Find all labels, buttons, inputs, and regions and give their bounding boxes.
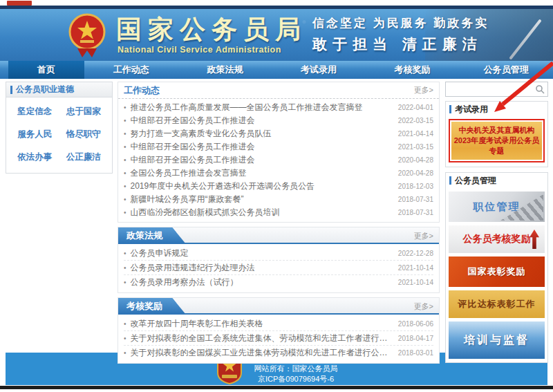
section-award-body: 改革开放四十周年表彰工作相关表格 2018-06-06 关于对拟表彰的全国工会系… xyxy=(118,315,439,363)
news-row: 改革开放四十周年表彰工作相关表格 2018-06-06 xyxy=(124,317,433,331)
news-date: 2021-10-14 xyxy=(398,279,433,286)
nav-item-management[interactable]: 公务员管理 xyxy=(459,61,553,79)
page: 国家公务员局 National Civil Service Administra… xyxy=(0,0,553,392)
news-row: 公务员申诉规定 2022-12-28 xyxy=(124,246,433,261)
search-input[interactable] xyxy=(446,82,547,96)
news-link[interactable]: 关于对拟表彰的全国煤炭工业先进集体劳动模范和先进工作者进行公示的公告 xyxy=(124,347,393,359)
nav-item-home[interactable]: 首页 xyxy=(8,61,84,79)
footer-icp: 京ICP备09079694号-6 xyxy=(254,374,338,384)
exam-banner-link[interactable]: 中央机关及其直属机构2023年度考试录用公务员专题 xyxy=(451,122,542,160)
section-policy: 政策法规 更多> 公务员申诉规定 2022-12-28 公务员录用违规违纪行为处… xyxy=(118,227,440,293)
ethics-link-2[interactable]: 忠于国家 xyxy=(59,106,109,118)
news-link[interactable]: 关于对拟表彰的全国工会系统先进集体、劳动模范和先进工作者进行公示的公告 xyxy=(124,333,393,344)
banner-appraisal-commendation[interactable]: 评比达标表彰工作 xyxy=(449,290,545,318)
nav-item-work-news[interactable]: 工作动态 xyxy=(84,61,178,79)
bottom-strip xyxy=(0,386,553,389)
news-link[interactable]: 公务员申诉规定 xyxy=(124,248,393,259)
news-date: 2022-04-01 xyxy=(398,104,433,111)
news-row: 中组部召开全国公务员工作推进会 2020-04-28 xyxy=(124,153,433,167)
news-row: 关于对拟表彰的全国工会系统先进集体、劳动模范和先进工作者进行公示的公告 2018… xyxy=(124,331,433,346)
section-work-news: 工作动态 更多> 推进公务员工作高质量发展——全国公务员工作推进会发言摘登 20… xyxy=(118,82,440,223)
banner-position-management[interactable]: 职位管理 xyxy=(449,192,545,222)
nav-item-policy[interactable]: 政策法规 xyxy=(178,61,272,79)
news-row: 全国公务员工作推进会发言摘登 2020-04-28 xyxy=(124,167,433,180)
more-link[interactable]: 更多> xyxy=(414,231,433,241)
news-row: 公务员录用违规违纪行为处理办法 2021-10-14 xyxy=(124,261,433,275)
ethics-panel: 公务员职业道德 坚定信念 忠于国家 服务人民 恪尽职守 依法办事 公正廉洁 xyxy=(6,82,113,174)
news-date: 2018-07-31 xyxy=(398,196,433,203)
news-date: 2018-12-03 xyxy=(398,183,433,190)
section-work-body: 推进公务员工作高质量发展——全国公务员工作推进会发言摘登 2022-04-01 … xyxy=(118,99,439,222)
banner-assessment-reward[interactable]: 公务员考核奖励 xyxy=(449,225,545,253)
ethics-link-3[interactable]: 服务人民 xyxy=(10,129,59,140)
national-emblem-icon xyxy=(66,12,108,59)
red-artifact xyxy=(7,1,32,6)
management-box-header: 公务员管理 xyxy=(446,173,547,188)
news-date: 2018-04-17 xyxy=(398,335,433,342)
section-work-header: 工作动态 更多> xyxy=(118,82,439,99)
ethics-link-6[interactable]: 公正廉洁 xyxy=(59,151,109,163)
news-link[interactable]: 努力打造一支高素质专业化公务员队伍 xyxy=(124,128,393,140)
news-date: 2018-03-01 xyxy=(398,349,433,357)
news-date: 2018-07-31 xyxy=(398,209,433,216)
search-icon[interactable] xyxy=(535,84,545,94)
right-column: 考试录用 中央机关及其直属机构2023年度考试录用公务员专题 公务员管理 职位管… xyxy=(445,82,548,368)
section-policy-body: 公务员申诉规定 2022-12-28 公务员录用违规违纪行为处理办法 2021-… xyxy=(118,244,439,292)
main-nav: 首页 工作动态 政策法规 考试录用 考核奖励 公务员管理 xyxy=(0,61,553,79)
search-box xyxy=(445,82,548,97)
news-date: 2020-04-28 xyxy=(398,169,433,177)
news-row: 关于对拟表彰的全国煤炭工业先进集体劳动模范和先进工作者进行公示的公告 2018-… xyxy=(124,346,433,360)
news-date: 2022-03-15 xyxy=(398,117,433,124)
news-link[interactable]: 新疆叶城公务员享用“廉政套餐” xyxy=(124,194,393,205)
site-title: 国家公务员局 xyxy=(116,12,307,47)
ethics-link-4[interactable]: 恪尽职守 xyxy=(59,129,109,140)
news-row: 新疆叶城公务员享用“廉政套餐” 2018-07-31 xyxy=(124,193,433,206)
news-link[interactable]: 2019年度中央机关公开遴选和公开选调公务员公告 xyxy=(124,180,393,192)
banner-national-commendation[interactable]: 国家表彰奖励 xyxy=(449,256,545,287)
ethics-link-5[interactable]: 依法办事 xyxy=(10,151,59,163)
exam-box-title: 考试录用 xyxy=(455,104,488,115)
content-area: 公务员职业道德 坚定信念 忠于国家 服务人民 恪尽职守 依法办事 公正廉洁 工作… xyxy=(0,79,553,353)
more-link[interactable]: 更多> xyxy=(414,301,433,312)
news-link[interactable]: 推进公务员工作高质量发展——全国公务员工作推进会发言摘登 xyxy=(124,102,393,113)
nav-item-award[interactable]: 考核奖励 xyxy=(366,61,460,79)
news-link[interactable]: 全国公务员工作推进会发言摘登 xyxy=(124,167,393,179)
news-link[interactable]: 中组部召开全国公务员工作推进会 xyxy=(124,154,393,166)
news-date: 2021-04-14 xyxy=(398,130,433,138)
news-row: 2019年度中央机关公开遴选和公开选调公务员公告 2018-12-03 xyxy=(124,180,433,193)
nav-item-exam[interactable]: 考试录用 xyxy=(272,61,366,79)
news-link[interactable]: 公务员录用考察办法（试行） xyxy=(124,277,393,288)
section-policy-header: 政策法规 更多> xyxy=(118,227,439,244)
pen-image xyxy=(509,19,541,59)
news-link[interactable]: 公务员录用违规违纪行为处理办法 xyxy=(124,262,393,274)
ethics-link-1[interactable]: 坚定信念 xyxy=(10,106,59,118)
section-award-header: 考核奖励 更多> xyxy=(118,298,439,315)
section-title: 考核奖励 xyxy=(118,298,186,315)
news-row: 中组部召开全国公务员工作推进会 2022-03-15 xyxy=(124,114,433,127)
top-strip xyxy=(0,0,553,6)
news-link[interactable]: 中组部召开全国公务员工作推进会 xyxy=(124,115,393,127)
blue-bar-icon xyxy=(449,176,451,185)
left-column: 公务员职业道德 坚定信念 忠于国家 服务人民 恪尽职守 依法办事 公正廉洁 xyxy=(6,82,113,174)
news-date: 2021-03-15 xyxy=(398,143,433,151)
section-title: 政策法规 xyxy=(118,227,186,244)
news-date: 2020-04-28 xyxy=(398,156,433,164)
management-box: 公务员管理 职位管理 公务员考核奖励 国家表彰奖励 评比达标表彰工作 培训与监督 xyxy=(445,172,548,363)
footer-site-owner: 网站所有：国家公务员局 xyxy=(254,364,338,374)
slogan-line-2: 敢于担当 清正廉洁 xyxy=(312,35,482,54)
nav-spacer xyxy=(0,61,8,79)
more-link[interactable]: 更多> xyxy=(414,85,433,95)
news-row: 努力打造一支高素质专业化公务员队伍 2021-04-14 xyxy=(124,127,433,140)
news-link[interactable]: 中组部召开全国公务员工作推进会 xyxy=(124,141,393,153)
exam-banner-highlight-frame: 中央机关及其直属机构2023年度考试录用公务员专题 xyxy=(449,119,545,162)
news-link[interactable]: 改革开放四十周年表彰工作相关表格 xyxy=(124,318,393,330)
site-header: 国家公务员局 National Civil Service Administra… xyxy=(0,9,553,61)
news-row: 公务员录用考察办法（试行） 2021-10-14 xyxy=(124,275,433,290)
main-column: 工作动态 更多> 推进公务员工作高质量发展——全国公务员工作推进会发言摘登 20… xyxy=(118,82,440,364)
exam-box-header: 考试录用 xyxy=(446,102,547,117)
banner-training-supervision[interactable]: 培训与监督 xyxy=(449,321,545,359)
news-row: 中组部召开全国公务员工作推进会 2021-03-15 xyxy=(124,140,433,153)
slogan-line-1: 信念坚定 为民服务 勤政务实 xyxy=(312,15,489,31)
news-link[interactable]: 山西临汾尧都区创新模式抓实公务员培训 xyxy=(124,207,393,218)
news-date: 2022-12-28 xyxy=(398,250,433,257)
